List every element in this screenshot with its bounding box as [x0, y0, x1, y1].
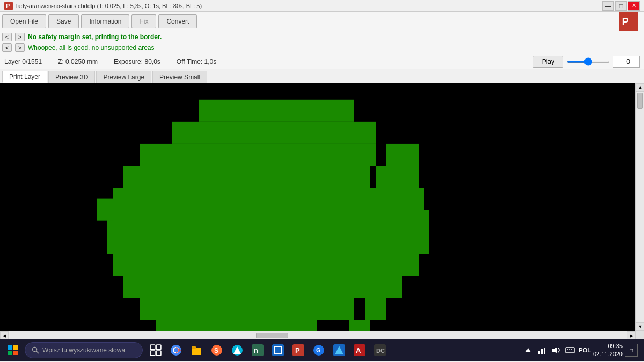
svg-rect-11 — [107, 210, 386, 232]
horizontal-scrollbar: ◀ ▶ — [0, 331, 635, 339]
svg-rect-40 — [192, 348, 201, 355]
notification-button[interactable]: □ — [625, 344, 638, 357]
svg-rect-61 — [538, 351, 540, 354]
status-bar: < > No safety margin set, printing to th… — [0, 31, 644, 54]
tray-icons — [522, 344, 576, 357]
system-tray: POL 09:35 02.11.2020 □ — [522, 342, 642, 359]
svg-rect-33 — [150, 345, 155, 350]
svg-rect-24 — [365, 298, 386, 320]
app-icon-1[interactable]: S — [207, 339, 226, 361]
ok-text: Whoopee, all is good, no unsupported are… — [28, 44, 155, 51]
scroll-up-button[interactable]: ▲ — [636, 83, 644, 92]
svg-rect-20 — [386, 210, 429, 232]
app-icon-3[interactable]: n — [248, 339, 267, 361]
app-icon-5[interactable]: P — [289, 339, 308, 361]
svg-rect-28 — [13, 345, 18, 350]
tab-preview-large[interactable]: Preview Large — [96, 71, 151, 83]
layer-slider[interactable] — [567, 61, 610, 63]
close-button[interactable]: ✕ — [628, 1, 640, 11]
save-button[interactable]: Save — [48, 14, 79, 28]
clock[interactable]: 09:35 02.11.2020 — [593, 342, 623, 359]
svg-text:P: P — [295, 346, 300, 354]
svg-marker-64 — [552, 347, 557, 353]
nav-prev-button-2[interactable]: < — [2, 43, 12, 52]
minimize-button[interactable]: — — [602, 1, 614, 11]
volume-icon[interactable] — [550, 344, 562, 357]
tab-print-layer[interactable]: Print Layer — [2, 71, 47, 83]
chrome-icon[interactable] — [166, 339, 186, 361]
scroll-right-button[interactable]: ▶ — [627, 331, 635, 339]
open-file-button[interactable]: Open File — [2, 14, 46, 28]
network-icon[interactable] — [536, 344, 548, 357]
svg-rect-13 — [113, 254, 397, 276]
canvas-wrapper: ▲ ▼ ◀ ▶ — [0, 83, 644, 339]
svg-text:P: P — [621, 16, 628, 27]
taskbar: Wpisz tu wyszukiwane słowa — [0, 339, 644, 361]
taskbar-icons: S n P — [146, 339, 390, 361]
nav-prev-button-1[interactable]: < — [2, 33, 12, 41]
svg-text:A: A — [356, 346, 361, 354]
slider-container — [567, 61, 610, 63]
svg-text:P: P — [6, 3, 10, 9]
play-section: Play — [533, 56, 640, 68]
tab-preview-small[interactable]: Preview Small — [152, 71, 207, 83]
title-bar: P lady-aranwen-no-stairs.cbddlp (T: 0,02… — [0, 0, 644, 12]
network-svg — [537, 345, 547, 355]
fix-button[interactable]: Fix — [131, 14, 156, 28]
svg-rect-6 — [172, 122, 376, 144]
scroll-left-button[interactable]: ◀ — [0, 331, 9, 339]
search-icon — [32, 346, 39, 354]
app4-svg — [272, 344, 284, 356]
off-time-label: Off Time: 1,0s — [177, 58, 216, 65]
app3-svg: n — [252, 344, 264, 356]
nav-next-button-1[interactable]: > — [15, 33, 25, 41]
maximize-button[interactable]: □ — [615, 1, 627, 11]
app-icon-9[interactable]: DC — [370, 339, 390, 361]
start-button[interactable] — [2, 339, 24, 361]
svg-rect-10 — [113, 188, 386, 210]
app-icon-7[interactable] — [330, 339, 349, 361]
app-logo: P — [619, 12, 638, 31]
svg-rect-19 — [381, 188, 424, 210]
task-view-icon[interactable] — [146, 339, 165, 361]
svg-rect-12 — [107, 232, 397, 254]
svg-rect-36 — [156, 351, 161, 356]
information-button[interactable]: Information — [81, 14, 129, 28]
app-icon-2[interactable] — [228, 339, 247, 361]
title-bar-left: P lady-aranwen-no-stairs.cbddlp (T: 0,02… — [4, 2, 202, 10]
svg-rect-26 — [97, 199, 113, 221]
v-scroll-thumb[interactable] — [637, 93, 643, 109]
title-bar-controls: — □ ✕ — [602, 1, 640, 11]
scroll-corner — [635, 331, 644, 339]
app-icon-8[interactable]: A — [350, 339, 369, 361]
svg-rect-14 — [123, 276, 386, 298]
svg-marker-60 — [525, 348, 531, 352]
convert-button[interactable]: Convert — [158, 14, 197, 28]
layer-spinbox[interactable] — [613, 56, 640, 68]
tab-preview-3d[interactable]: Preview 3D — [48, 71, 95, 83]
keyboard-icon[interactable] — [564, 344, 576, 357]
app-icon-6[interactable]: G — [309, 339, 328, 361]
svg-rect-15 — [140, 298, 354, 320]
play-button[interactable]: Play — [533, 56, 564, 68]
print-preview-svg — [0, 83, 635, 331]
explorer-svg — [191, 344, 202, 356]
svg-rect-41 — [192, 346, 196, 349]
svg-rect-65 — [566, 348, 574, 353]
h-scroll-track[interactable] — [9, 331, 627, 339]
layer-label: Layer 0/1551 — [4, 58, 42, 65]
scroll-down-button[interactable]: ▼ — [636, 322, 644, 331]
search-placeholder: Wpisz tu wyszukiwane słowa — [42, 346, 125, 354]
file-explorer-icon[interactable] — [187, 339, 206, 361]
app2-svg — [231, 344, 243, 356]
v-scroll-track[interactable] — [636, 92, 644, 322]
nav-next-button-2[interactable]: > — [15, 43, 25, 52]
expand-tray-icon — [525, 347, 531, 353]
svg-rect-22 — [386, 254, 419, 276]
z-label: Z: 0,0250 mm — [58, 58, 98, 65]
app-icon-4[interactable] — [268, 339, 288, 361]
search-box[interactable]: Wpisz tu wyszukiwane słowa — [25, 342, 143, 358]
h-scroll-thumb[interactable] — [256, 333, 288, 338]
chevron-up-icon[interactable] — [522, 344, 535, 357]
status-row-2: < > Whoopee, all is good, no unsupported… — [2, 42, 642, 53]
